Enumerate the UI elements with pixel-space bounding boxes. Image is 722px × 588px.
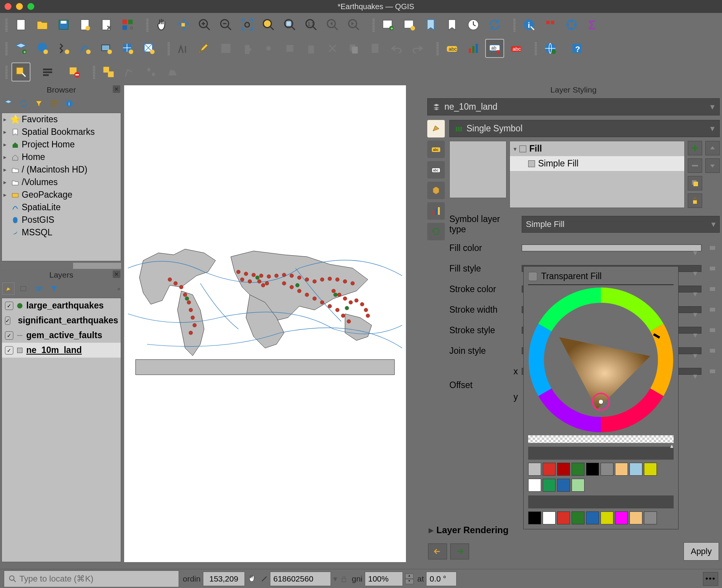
color-swatch[interactable] (615, 511, 628, 524)
pin-labels-button[interactable]: abc (506, 39, 526, 58)
alpha-slider[interactable] (528, 435, 674, 443)
statistics-button[interactable]: Σ (583, 15, 602, 34)
browser-item-root[interactable]: ▸/ (Macintosh HD) (2, 163, 121, 176)
styling-layer-selector[interactable]: ne_10m_land ▾ (427, 98, 720, 115)
vertex-tool-button[interactable] (120, 62, 139, 81)
close-window-button[interactable] (5, 3, 11, 10)
browser-item-home[interactable]: ▸Home (2, 151, 121, 163)
color-swatch[interactable] (586, 511, 599, 524)
refresh-browser-icon[interactable] (18, 97, 30, 110)
minimize-window-button[interactable] (16, 3, 23, 10)
identify-button[interactable]: i (519, 15, 538, 34)
toolbar-handle[interactable] (168, 42, 170, 55)
apply-button[interactable]: Apply (684, 542, 719, 561)
label-toolbar-button[interactable]: abc (442, 39, 462, 58)
temporal-button[interactable] (464, 15, 483, 34)
properties-icon[interactable]: i (63, 97, 75, 110)
toolbar-handle[interactable] (372, 18, 375, 32)
save-project-button[interactable] (54, 15, 73, 34)
color-swatch[interactable] (543, 463, 556, 476)
lock-scale-icon[interactable] (340, 575, 348, 583)
browser-close-button[interactable]: ✕ (113, 85, 120, 93)
scale-input[interactable] (270, 572, 331, 586)
layer-row-faults[interactable]: ✓ gem_active_faults (2, 328, 121, 343)
move-feature-button[interactable] (280, 39, 299, 58)
layer-checkbox[interactable]: ✓ (5, 331, 13, 340)
transparent-checkbox[interactable] (528, 272, 537, 281)
color-swatch[interactable] (543, 479, 556, 492)
filter-browser-icon[interactable] (33, 97, 45, 110)
help-button[interactable]: ? (567, 39, 586, 58)
color-swatch[interactable] (586, 463, 599, 476)
new-map-view-button[interactable]: + (379, 15, 398, 34)
color-swatch[interactable] (601, 463, 613, 476)
browser-item-geopackage[interactable]: ▸GeoPackage (2, 189, 121, 201)
messages-button[interactable]: ••• (703, 572, 718, 586)
cut-button[interactable] (323, 39, 342, 58)
styling-panel-icon[interactable] (2, 283, 14, 295)
add-layer-icon[interactable] (2, 97, 14, 110)
zoom-to-selection-button[interactable] (259, 15, 278, 34)
masks-tab[interactable]: abc (427, 161, 445, 179)
color-swatch[interactable] (557, 479, 570, 492)
color-swatch[interactable] (528, 511, 541, 524)
browser-item-favorites[interactable]: ▸⭐Favorites (2, 113, 121, 126)
browser-item-project-home[interactable]: ▸Project Home (2, 138, 121, 151)
toolbar-handle[interactable] (513, 18, 516, 32)
lock-layer-button[interactable] (688, 193, 702, 208)
color-wheel[interactable] (529, 288, 673, 432)
toolbar-handle[interactable] (535, 42, 537, 55)
project-colors-bar[interactable] (528, 495, 674, 508)
refresh-button[interactable] (485, 15, 504, 34)
diagrams-tab[interactable] (427, 202, 445, 220)
toolbar-handle[interactable] (5, 42, 8, 55)
locator-search[interactable]: Type to locate (⌘K) (4, 570, 179, 587)
toolbar-handle[interactable] (5, 65, 8, 79)
zoom-out-button[interactable] (216, 15, 235, 34)
color-swatch[interactable] (629, 511, 642, 524)
add-group-icon[interactable] (18, 283, 30, 295)
new-3d-map-button[interactable] (400, 15, 419, 34)
layers-menu-arrow[interactable]: » (117, 286, 120, 292)
color-swatch[interactable] (557, 463, 570, 476)
zoom-to-layer-button[interactable] (280, 15, 299, 34)
toolbar-handle[interactable] (146, 18, 149, 32)
filter-legend-icon[interactable] (48, 283, 60, 295)
modify-attrs-button[interactable] (142, 62, 161, 81)
add-vector-layer-button[interactable]: + (11, 39, 30, 58)
label-highlight-button[interactable]: ab (485, 39, 504, 58)
recent-colors-bar[interactable] (528, 447, 674, 460)
magnifier-spinner[interactable]: ▲▼ (405, 574, 414, 584)
browser-scrollbar[interactable] (2, 263, 121, 269)
color-swatch[interactable] (557, 511, 570, 524)
save-edits-button[interactable] (216, 39, 235, 58)
diagram-button[interactable] (464, 39, 483, 58)
layer-row-large-earthquakes[interactable]: ✓ large_earthquakes (2, 298, 121, 313)
color-swatch[interactable] (601, 511, 613, 524)
copy-button[interactable] (344, 39, 363, 58)
symbol-layer-type-select[interactable]: Simple Fill (522, 216, 720, 233)
toolbar-handle[interactable] (5, 18, 8, 32)
layer-checkbox[interactable]: ✓ (5, 346, 13, 355)
3d-view-tab[interactable] (427, 182, 445, 199)
fill-tree-child[interactable]: Simple Fill (510, 156, 684, 171)
browser-item-mssql[interactable]: MSSQL (2, 226, 121, 239)
select-by-expression-button[interactable] (38, 62, 57, 81)
manage-visibility-icon[interactable] (33, 283, 45, 295)
delete-button[interactable] (302, 39, 321, 58)
browser-item-bookmarks[interactable]: ▸Spatial Bookmarks (2, 126, 121, 138)
new-shapefile-button[interactable] (54, 39, 73, 58)
digitize-button[interactable] (259, 39, 278, 58)
color-swatch[interactable] (629, 463, 642, 476)
move-up-button[interactable] (705, 141, 720, 155)
layer-row-land[interactable]: ✓ ne_10m_land (2, 343, 121, 358)
maximize-window-button[interactable] (27, 3, 34, 10)
labels-tab[interactable]: abc (427, 141, 445, 158)
open-project-button[interactable] (33, 15, 52, 34)
data-defined-icon[interactable] (705, 323, 720, 337)
mouse-extent-toggle[interactable] (247, 574, 257, 584)
map-canvas[interactable] (124, 85, 406, 562)
layers-close-button[interactable]: ✕ (113, 270, 120, 278)
color-swatch[interactable] (528, 479, 541, 492)
new-memory-layer-button[interactable] (97, 39, 116, 58)
